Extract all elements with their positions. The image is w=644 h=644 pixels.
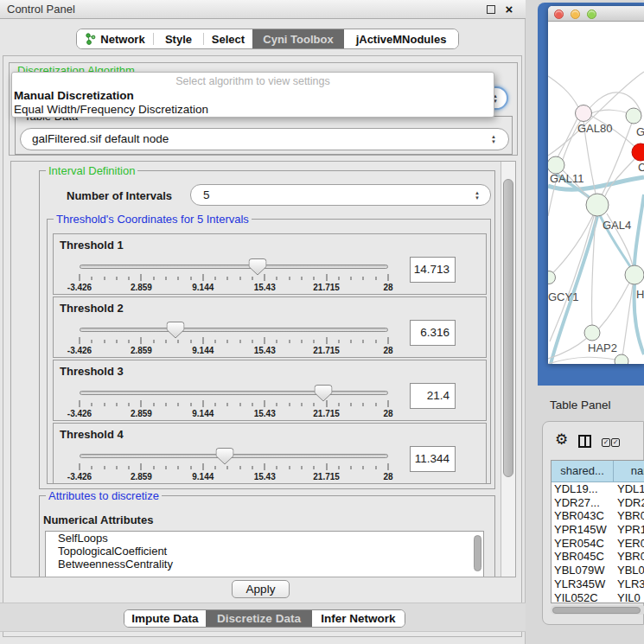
slider-track[interactable]	[80, 391, 388, 395]
scrollbar-thumb[interactable]	[552, 607, 641, 614]
scrollbar-thumb[interactable]	[503, 179, 513, 477]
table-horizontal-scrollbar[interactable]	[551, 605, 644, 615]
network-node-gcy1[interactable]	[548, 271, 556, 284]
tick-mark	[190, 340, 191, 343]
columns-icon[interactable]	[578, 435, 591, 448]
slider-thumb[interactable]	[248, 258, 266, 276]
popup-placeholder: Select algorithm to view settings	[12, 75, 494, 87]
table-row[interactable]: YLR345WYLR3	[552, 577, 644, 591]
network-node-gal4[interactable]	[586, 194, 609, 216]
mac-minimize-button[interactable]	[571, 10, 580, 19]
tab-network[interactable]: Network	[77, 29, 153, 48]
table-cell[interactable]: YPR1	[615, 523, 644, 537]
table-row[interactable]: YDR27...YDR2	[552, 496, 644, 510]
numerical-attributes-list[interactable]: SelfLoopsTopologicalCoefficientBetweenne…	[45, 531, 484, 577]
tick-label: 2.859	[131, 346, 152, 355]
tab-discretize-data[interactable]: Discretize Data	[206, 610, 312, 627]
node-label: GCY1	[548, 290, 578, 303]
network-icon	[85, 33, 96, 45]
slider-track[interactable]	[80, 328, 388, 332]
network-node-gal80[interactable]	[576, 105, 592, 122]
number-of-intervals-combobox[interactable]: 5 ▲▼	[190, 184, 491, 206]
table-cell[interactable]: YBL0	[615, 564, 644, 577]
table-cell[interactable]: YPR145W	[552, 523, 615, 537]
tick-mark	[338, 403, 339, 406]
close-icon[interactable]: ×	[502, 1, 516, 18]
attributes-group-title: Attributes to discretize	[46, 489, 162, 502]
threshold-2-slider[interactable]: -3.4262.8599.14415.4321.71528	[80, 322, 388, 356]
threshold-1-slider[interactable]: -3.4262.8599.14415.4321.71528	[80, 258, 388, 293]
slider-track[interactable]	[80, 454, 388, 458]
slider-thumb[interactable]	[166, 322, 184, 339]
table-row[interactable]: YBR045CYBR0	[552, 550, 644, 564]
slider-thumb[interactable]	[315, 385, 333, 402]
tab-label: Select	[212, 33, 245, 46]
slider-track[interactable]	[80, 265, 388, 269]
slider-thumb[interactable]	[215, 448, 233, 465]
attribute-list-item[interactable]: TopologicalCoefficient	[46, 545, 483, 558]
table-cell[interactable]: YDL1	[615, 482, 644, 496]
column-header-name[interactable]: name	[614, 461, 644, 481]
network-node-hap2[interactable]	[584, 325, 600, 341]
checkbox-icon[interactable]: ✓	[602, 438, 610, 447]
apply-button[interactable]: Apply	[232, 580, 290, 598]
settings-scrollbar[interactable]	[501, 162, 515, 577]
table-cell[interactable]: YDR2	[615, 496, 644, 510]
network-node[interactable]	[615, 354, 628, 364]
tab-cyni-toolbox[interactable]: Cyni Toolbox	[252, 29, 344, 48]
table-cell[interactable]: YER0	[615, 537, 644, 551]
network-node[interactable]	[625, 265, 644, 284]
tick-mark	[239, 277, 240, 280]
checkbox-icon[interactable]: ✓	[611, 438, 620, 447]
table-cell[interactable]: YIL0	[615, 591, 641, 604]
threshold-value-field[interactable]: 11.344	[410, 446, 456, 472]
float-window-icon[interactable]	[487, 5, 495, 14]
threshold-value-field[interactable]: 21.4	[410, 383, 456, 409]
list-scrollbar-thumb[interactable]	[474, 535, 481, 571]
table-cell[interactable]: YLR345W	[552, 577, 615, 591]
tick-mark	[239, 466, 240, 469]
table-cell[interactable]: YBR0	[615, 550, 644, 564]
table-row[interactable]: YPR145WYPR1	[552, 523, 644, 537]
mac-close-button[interactable]	[554, 10, 564, 19]
tab-style[interactable]: Style	[154, 29, 203, 48]
network-canvas[interactable]: GAL80 GA C GAL11 GAL4 GCY1 H HAP2	[548, 22, 644, 364]
threshold-value-field[interactable]: 6.316	[410, 320, 456, 346]
gear-icon[interactable]: ⚙	[555, 432, 568, 448]
popup-item-manual-discretization[interactable]: Manual Discretization	[14, 89, 134, 102]
table-cell[interactable]: YDL19...	[552, 482, 615, 496]
tick-mark	[277, 277, 277, 280]
table-row[interactable]: YER054CYER0	[552, 537, 644, 551]
tick-mark	[129, 277, 130, 280]
tab-jactivemnodules[interactable]: jActiveMNodules	[344, 29, 458, 48]
table-row[interactable]: YDL19...YDL1	[552, 482, 644, 496]
attribute-list-item[interactable]: SelfLoops	[46, 532, 483, 545]
table-cell[interactable]: YIL052C	[552, 591, 615, 604]
threshold-4-slider[interactable]: -3.4262.8599.14415.4321.71528	[80, 448, 388, 482]
table-cell[interactable]: YER054C	[552, 537, 615, 551]
attribute-list-item[interactable]: BetweennessCentrality	[46, 558, 483, 571]
table-cell[interactable]: YDR27...	[552, 496, 615, 510]
table-cell[interactable]: YLR3	[615, 577, 644, 591]
table-row[interactable]: YBL079WYBL0	[552, 564, 644, 577]
popup-item-equal-width-frequency[interactable]: Equal Width/Frequency Discretization	[14, 103, 208, 116]
table-cell[interactable]: YBR0	[615, 509, 644, 523]
network-node-gal11[interactable]	[548, 156, 564, 174]
table-cell[interactable]: YBR045C	[552, 550, 615, 564]
tab-infer-network[interactable]: Infer Network	[312, 610, 405, 627]
tab-impute-data[interactable]: Impute Data	[124, 610, 206, 627]
column-header-shared-name[interactable]: shared...	[552, 461, 614, 481]
tab-select[interactable]: Select	[204, 29, 252, 48]
table-row[interactable]: YBR043CYBR0	[552, 509, 644, 523]
table-cell[interactable]: YBR043C	[552, 509, 615, 523]
table-data-combobox[interactable]: galFiltered.sif default node ▲▼	[20, 128, 509, 150]
network-node[interactable]	[626, 108, 641, 124]
table-cell[interactable]: YBL079W	[552, 564, 615, 577]
tick-mark	[165, 340, 166, 343]
table-row[interactable]: YIL052CYIL0	[552, 591, 644, 604]
threshold-value-field[interactable]: 14.713	[410, 257, 456, 283]
network-window-titlebar[interactable]	[548, 6, 644, 22]
threshold-3-slider[interactable]: -3.4262.8599.14415.4321.71528	[80, 385, 388, 419]
node-table[interactable]: shared... name YDL19...YDL1YDR27...YDR2Y…	[551, 460, 644, 603]
mac-zoom-button[interactable]	[587, 10, 596, 19]
